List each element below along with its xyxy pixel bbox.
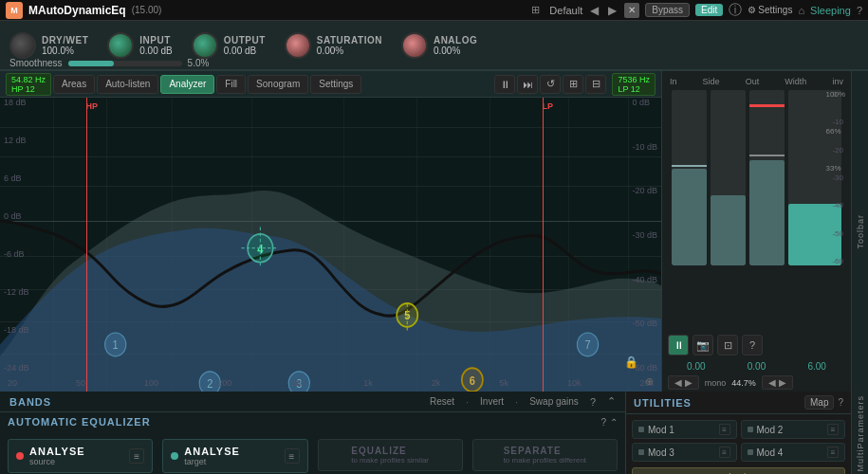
mod4-item[interactable]: Mod 4 ≡ xyxy=(741,443,846,462)
meter-values-row: 0.00 0.00 6.00 xyxy=(662,359,851,374)
prev-preset-button[interactable]: ◀ xyxy=(588,4,600,17)
left-chevron-button[interactable]: ◀ ▶ xyxy=(668,375,699,390)
auto-eq-title: AUTOMATIC EQUALIZER xyxy=(8,416,151,428)
map-button[interactable]: Map xyxy=(804,395,834,410)
analyse-source-button[interactable]: ANALYSE source ≡ xyxy=(8,439,153,473)
right-chevron-button[interactable]: ◀ ▶ xyxy=(762,375,793,390)
home-icon[interactable]: ⌂ xyxy=(798,5,804,16)
saturation-value: 0.00% xyxy=(317,46,382,56)
pause-button[interactable]: ⏸ xyxy=(494,75,515,94)
next-preset-button[interactable]: ▶ xyxy=(606,4,619,17)
mod1-menu[interactable]: ≡ xyxy=(719,424,730,435)
drywet-knob[interactable] xyxy=(9,32,36,59)
bypass-button[interactable]: Bypass xyxy=(645,3,690,17)
in-meter-fill xyxy=(672,169,707,265)
analog-knob[interactable] xyxy=(401,32,428,59)
eq-canvas[interactable]: 1 2 3 4 5 6 xyxy=(0,98,661,392)
tab-fill[interactable]: Fill xyxy=(216,75,246,94)
invert-bands-button[interactable]: Invert xyxy=(480,396,504,407)
zoom-icon[interactable]: ⊕ xyxy=(645,375,654,388)
sleeping-label: Sleeping xyxy=(810,5,851,16)
eq-toolbar: 54.82 Hz HP 12 Areas Auto-listen Analyze… xyxy=(0,71,661,98)
out-label: Out xyxy=(746,77,760,86)
side-meter-fill xyxy=(711,195,746,265)
camera-button[interactable]: 📷 xyxy=(693,335,713,356)
analyse-source-sub: source xyxy=(29,457,85,466)
copy-button[interactable]: ⊡ xyxy=(717,335,738,356)
side-val: 0.00 xyxy=(729,361,785,372)
analyse-source-menu[interactable]: ≡ xyxy=(129,448,144,464)
eq-curve-svg: 1 2 3 4 5 6 xyxy=(0,98,661,392)
tab-analyzer[interactable]: Analyzer xyxy=(160,75,214,94)
play-pause-button[interactable]: ⏸ xyxy=(668,335,689,356)
help-btn2[interactable]: ? xyxy=(742,335,763,356)
tab-sonogram[interactable]: Sonogram xyxy=(248,75,308,94)
saturation-knob[interactable] xyxy=(285,32,311,59)
meter-header: In Side Out Width inv xyxy=(668,77,845,86)
width-100-label: 100% xyxy=(826,90,845,99)
utilities-header: UTILITIES Map ? xyxy=(626,392,851,414)
grid-icon: ⊞ xyxy=(531,4,540,16)
auto-eq-help-icon[interactable]: ? xyxy=(600,417,606,428)
output-knob[interactable] xyxy=(192,32,218,59)
mod1-dot xyxy=(638,427,644,432)
reset-button[interactable]: ↺ xyxy=(540,75,561,94)
lock-button[interactable]: Lock xyxy=(632,467,845,474)
reset-bands-button[interactable]: Reset xyxy=(430,396,454,407)
equalize-button[interactable]: EQUALIZE to make profiles similar xyxy=(318,439,463,471)
output-param: OUTPUT 0.00 dB xyxy=(192,32,266,59)
forward-button[interactable]: ⏭ xyxy=(517,75,538,94)
analyse-target-sub: target xyxy=(184,457,240,466)
mod4-menu[interactable]: ≡ xyxy=(827,447,839,458)
mod1-item[interactable]: Mod 1 ≡ xyxy=(632,420,737,439)
settings-button[interactable]: ⚙ Settings xyxy=(748,5,792,15)
mod3-item[interactable]: Mod 3 ≡ xyxy=(632,443,737,462)
mod1-label: Mod 1 xyxy=(648,425,674,435)
hp-label: HP xyxy=(86,101,99,111)
svg-text:7: 7 xyxy=(584,338,590,352)
drywet-param: DRY/WET 100.0% xyxy=(9,32,88,59)
mod2-menu[interactable]: ≡ xyxy=(827,424,839,435)
mod3-label: Mod 3 xyxy=(648,447,674,458)
swap-gains-button[interactable]: Swap gains xyxy=(529,396,579,407)
in-meter-peak xyxy=(672,165,707,167)
export-button[interactable]: ⊟ xyxy=(585,75,606,94)
mod3-menu[interactable]: ≡ xyxy=(719,447,730,458)
bands-help-icon[interactable]: ? xyxy=(590,396,596,408)
analyse-source-col: ANALYSE source ≡ xyxy=(8,439,153,473)
top-bar: M MAutoDynamicEq (15.00) ⊞ Default ◀ ▶ ✕… xyxy=(0,0,868,21)
analyse-target-button[interactable]: ANALYSE target ≡ xyxy=(162,439,307,473)
tab-areas[interactable]: Areas xyxy=(53,75,95,94)
auto-eq-header: AUTOMATIC EQUALIZER ? ⌃ xyxy=(8,416,618,428)
tab-autolisten[interactable]: Auto-listen xyxy=(97,75,158,94)
analyse-target-menu[interactable]: ≡ xyxy=(285,448,300,464)
drywet-label: DRY/WET xyxy=(42,35,88,46)
auto-eq-collapse-icon[interactable]: ⌃ xyxy=(610,417,618,428)
utilities-title: UTILITIES xyxy=(634,397,692,409)
resize-button[interactable]: ⊞ xyxy=(563,75,583,94)
smoothness-value: 5.0% xyxy=(188,58,210,68)
auto-eq-columns: ANALYSE source ≡ ANALYSE target ≡ xyxy=(8,439,618,473)
input-knob[interactable] xyxy=(107,32,134,59)
smoothness-track[interactable] xyxy=(68,61,182,66)
high-freq-badge: 7536 Hz LP 12 xyxy=(612,73,656,96)
lock-icon[interactable]: 🔒 xyxy=(624,356,638,369)
out-peak-red xyxy=(749,104,785,107)
bands-collapse-icon[interactable]: ⌃ xyxy=(607,395,616,408)
multiparams-label: MultiParameters xyxy=(854,392,867,474)
close-button[interactable]: ✕ xyxy=(624,3,639,18)
help-icon[interactable]: ? xyxy=(857,5,862,16)
level-meters: In Side Out Width inv xyxy=(662,71,851,331)
separate-button[interactable]: SEPARATE to make profiles different xyxy=(472,439,618,471)
app-version: (15.00) xyxy=(132,5,162,15)
mod3-dot xyxy=(638,449,644,455)
mod4-label: Mod 4 xyxy=(757,447,784,458)
mono-label: mono xyxy=(705,378,727,388)
tab-settings[interactable]: Settings xyxy=(310,75,361,94)
side-panel: In Side Out Width inv xyxy=(661,71,851,392)
edit-button[interactable]: Edit xyxy=(695,4,723,16)
out-meter-peak xyxy=(749,155,785,156)
utilities-help-icon[interactable]: ? xyxy=(838,397,843,408)
analyse-target-dot xyxy=(171,452,178,460)
mod2-item[interactable]: Mod 2 ≡ xyxy=(741,420,846,439)
